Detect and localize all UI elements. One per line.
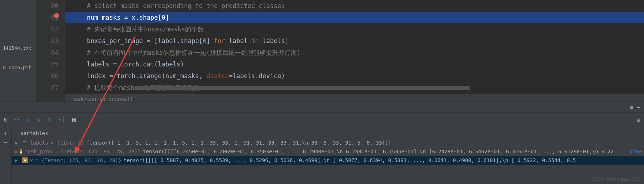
line-number[interactable]: 87: [37, 82, 58, 93]
line-number[interactable]: 80: [37, 0, 58, 12]
tensor-icon: ≡: [20, 149, 23, 154]
chevron-right-icon[interactable]: ▶: [15, 158, 20, 163]
remove-watch-icon[interactable]: −: [0, 138, 11, 147]
tensor-icon: ≡: [22, 157, 28, 163]
debug-panel: ⚙ — ↻ ⤻ ↓ ⇣ ↑ →| ▦ ▤ + − Variables ▶ ☰ l…: [0, 101, 644, 184]
variable-row[interactable]: ▶ ☰ labels = {list: 1} [tensor([ 1, 1, 5…: [12, 138, 644, 147]
variables-section: + − Variables ▶ ☰ labels = {list: 1} [te…: [0, 126, 644, 167]
code-comment: # 先记录每张图片中boxes/masks的个数: [87, 26, 204, 33]
line-gutter: 80 81 82 83 84 85 86 87: [37, 0, 65, 101]
step-into-icon[interactable]: ↓: [26, 115, 30, 123]
run-to-cursor-icon[interactable]: →|: [58, 115, 66, 123]
evaluate-icon[interactable]: ▦: [72, 115, 76, 123]
current-line: num_masks = x.shape[0]: [65, 12, 644, 23]
var-type: = {Tensor: (25, 91, 28, 28)}: [54, 149, 141, 154]
minimize-icon[interactable]: —: [637, 104, 640, 111]
line-number[interactable]: 84: [37, 47, 58, 58]
file-txt[interactable]: 141544.txt: [0, 44, 36, 52]
add-watch-icon[interactable]: +: [0, 128, 11, 138]
function-context: maskrcnn_inference(): [65, 93, 644, 101]
editor-area: 141544.txt n_coco.pth 80 81 82 83 84 85 …: [0, 0, 644, 101]
step-over-icon[interactable]: ⤻: [14, 115, 20, 123]
var-value: tensor([[[[ 0.5087, 0.4925, 0.5539, ...,…: [123, 157, 576, 163]
layout-icon[interactable]: ▤: [637, 116, 640, 123]
variables-title: Variables: [12, 128, 644, 138]
debug-toolbar: ↻ ⤻ ↓ ⇣ ↑ →| ▦ ▤: [0, 113, 644, 126]
line-number[interactable]: 82: [37, 23, 58, 35]
chevron-right-icon[interactable]: ▶: [15, 141, 20, 145]
step-out-icon[interactable]: ↑: [47, 115, 51, 123]
project-sidebar: 141544.txt n_coco.pth: [0, 0, 37, 101]
var-name: labels: [30, 140, 49, 146]
var-value: tensor([[[[6.2450e-01, 6.2069e-01, 6.350…: [143, 149, 614, 154]
code-editor[interactable]: # select masks corresponding to the pred…: [65, 0, 644, 101]
line-number[interactable]: 85: [37, 58, 58, 70]
step-into-my-icon[interactable]: ⇣: [37, 115, 41, 123]
view-link[interactable]: ... View: [617, 149, 642, 154]
code-comment: # select masks corresponding to the pred…: [87, 2, 285, 9]
line-number[interactable]: 86: [37, 70, 58, 82]
chevron-right-icon[interactable]: ▶: [15, 149, 18, 154]
gear-icon[interactable]: ⚙: [630, 104, 633, 111]
restart-icon[interactable]: ↻: [4, 115, 8, 123]
horizontal-scrollbar[interactable]: [134, 86, 470, 90]
debug-panel-header: ⚙ —: [0, 102, 644, 113]
var-name: mask_prob: [24, 149, 52, 154]
var-name: x: [30, 157, 33, 163]
breakpoint-icon[interactable]: [54, 13, 59, 18]
line-number[interactable]: 83: [37, 35, 58, 47]
var-type: = {list: 1}: [51, 140, 85, 146]
watermark: CSDN @Courage2022: [592, 176, 640, 182]
variable-row-selected[interactable]: ▶ ≡ x = {Tensor: (25, 91, 28, 28)} tenso…: [12, 156, 644, 165]
file-pth[interactable]: n_coco.pth: [0, 63, 36, 72]
list-icon: ☰: [22, 140, 28, 146]
var-type: = {Tensor: (25, 91, 28, 28)}: [35, 157, 121, 163]
code-comment: # 在将所有图片中的masks信息拼接在一起(拼接后统一处理能够提升并行度): [87, 49, 300, 56]
variable-row[interactable]: ▶ ≡ mask_prob = {Tensor: (25, 91, 28, 28…: [12, 147, 644, 156]
variables-gutter: + −: [0, 128, 12, 184]
var-value: [tensor([ 1, 1, 5, 1, 1, 1, 1, 5, 1, 1, …: [87, 140, 391, 146]
